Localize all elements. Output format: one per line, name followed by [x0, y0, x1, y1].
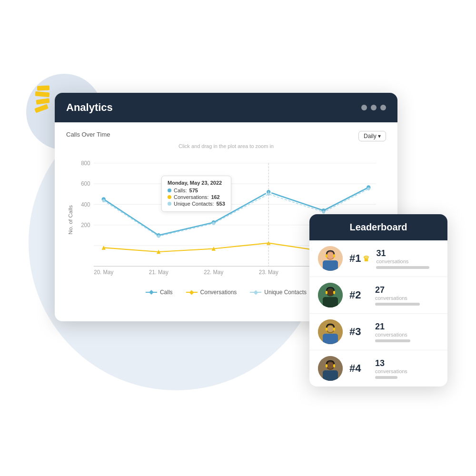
lb-avatar-4: [318, 356, 343, 381]
paper-stack-decoration: [32, 85, 61, 118]
svg-point-43: [327, 252, 334, 259]
tooltip-conversations-value: 162: [211, 194, 219, 200]
window-dot-2: [371, 105, 377, 110]
chart-tooltip: Monday, May 23, 2022 Calls: 575 Conversa…: [161, 176, 231, 212]
lb-info-2: 27 conversations: [375, 285, 439, 306]
lb-info-1: 31 conversations: [376, 248, 439, 269]
window-dot-3: [380, 105, 386, 110]
lb-avatar-2: [318, 283, 343, 307]
rank-number-4: #4: [349, 362, 361, 375]
legend-conversations-line: [186, 292, 198, 293]
lb-bar-2: [375, 303, 439, 306]
svg-text:21. May: 21. May: [149, 268, 169, 275]
lb-rank-3: #3: [349, 326, 368, 338]
svg-rect-45: [326, 254, 327, 258]
lb-rank-4: #4: [349, 362, 368, 375]
svg-point-56: [327, 326, 334, 332]
lb-label-1: conversations: [376, 258, 439, 264]
leaderboard-row-4: #4 13 conversations: [309, 350, 447, 387]
svg-text:800: 800: [81, 160, 90, 166]
svg-point-37: [322, 210, 325, 214]
chart-hint: Click and drag in the plot area to zoom …: [66, 143, 386, 149]
lb-rank-2: #2: [349, 289, 368, 301]
svg-rect-60: [333, 327, 335, 331]
lb-bar-4: [375, 376, 439, 379]
svg-rect-46: [333, 254, 335, 258]
lb-label-2: conversations: [375, 295, 439, 301]
tooltip-unique-value: 553: [216, 201, 225, 207]
lb-avatar-1: [318, 246, 343, 271]
leaderboard-row-3: #3 21 conversations: [309, 314, 447, 350]
svg-point-49: [327, 289, 334, 296]
svg-point-38: [367, 188, 370, 191]
svg-text:600: 600: [81, 180, 90, 187]
calls-dot: [168, 188, 171, 192]
rank-number-3: #3: [349, 326, 361, 338]
crown-icon-1: ♛: [363, 254, 369, 263]
rank-number-1: #1: [349, 252, 361, 265]
leaderboard-row-1: #1 ♛ 31 conversations: [309, 240, 447, 277]
lb-label-4: conversations: [375, 368, 439, 374]
svg-rect-2: [35, 91, 50, 98]
svg-rect-0: [34, 104, 49, 113]
svg-text:22. May: 22. May: [204, 268, 223, 275]
lb-count-1: 31: [376, 248, 439, 258]
window-header: Analytics: [55, 93, 397, 122]
tooltip-unique-label: Unique Contacts:: [174, 201, 214, 207]
svg-text:No. of Calls: No. of Calls: [67, 205, 73, 235]
tooltip-conversations-label: Conversations:: [174, 194, 208, 200]
legend-conversations-label: Conversations: [200, 289, 237, 296]
tooltip-date: Monday, May 23, 2022: [168, 180, 225, 186]
svg-rect-66: [326, 364, 327, 367]
leaderboard-card: Leaderboard #1 ♛: [309, 214, 447, 387]
svg-rect-44: [323, 260, 338, 271]
daily-dropdown[interactable]: Daily ▾: [358, 131, 386, 141]
svg-rect-67: [333, 364, 335, 367]
window-dot-1: [361, 105, 367, 110]
lb-count-4: 13: [375, 358, 439, 368]
svg-point-35: [212, 222, 215, 225]
tooltip-calls-label: Calls:: [174, 188, 187, 193]
svg-rect-52: [326, 291, 327, 294]
svg-text:200: 200: [81, 222, 90, 228]
legend-calls-label: Calls: [160, 289, 173, 296]
legend-calls-line: [146, 292, 157, 293]
leaderboard-body: #1 ♛ 31 conversations: [309, 240, 447, 387]
chart-title: Calls Over Time: [66, 131, 110, 138]
lb-info-4: 13 conversations: [375, 358, 439, 379]
window-controls: [361, 105, 386, 110]
lb-bar-1: [376, 266, 439, 269]
chart-header: Calls Over Time Daily ▾: [66, 131, 386, 141]
svg-rect-1: [36, 98, 50, 105]
window-title: Analytics: [66, 101, 113, 114]
legend-unique-line: [250, 292, 261, 293]
conversations-dot: [168, 195, 171, 199]
legend-unique-contacts: Unique Contacts: [250, 289, 307, 296]
svg-point-63: [327, 362, 334, 369]
svg-rect-53: [333, 291, 335, 294]
lb-avatar-3: [318, 319, 343, 344]
svg-rect-3: [37, 86, 50, 91]
svg-point-34: [157, 235, 160, 238]
tooltip-calls-row: Calls: 575: [168, 188, 225, 193]
tooltip-conversations-row: Conversations: 162: [168, 194, 225, 200]
svg-rect-58: [323, 334, 338, 344]
leaderboard-row-2: #2 27 conversations: [309, 277, 447, 314]
lb-info-3: 21 conversations: [375, 322, 439, 342]
svg-rect-51: [323, 297, 338, 307]
leaderboard-header: Leaderboard: [309, 214, 447, 240]
unique-contacts-dot: [168, 202, 171, 206]
svg-point-33: [102, 199, 105, 203]
legend-conversations: Conversations: [186, 289, 237, 296]
lb-count-2: 27: [375, 285, 439, 295]
tooltip-calls-value: 575: [189, 188, 198, 193]
lb-bar-3: [375, 339, 439, 342]
lb-count-3: 21: [375, 322, 439, 332]
svg-text:23. May: 23. May: [259, 268, 278, 275]
svg-rect-59: [326, 327, 327, 331]
leaderboard-title: Leaderboard: [349, 222, 407, 232]
rank-number-2: #2: [349, 289, 361, 301]
svg-text:400: 400: [81, 201, 90, 207]
legend-unique-label: Unique Contacts: [264, 289, 307, 296]
legend-calls: Calls: [146, 289, 173, 296]
